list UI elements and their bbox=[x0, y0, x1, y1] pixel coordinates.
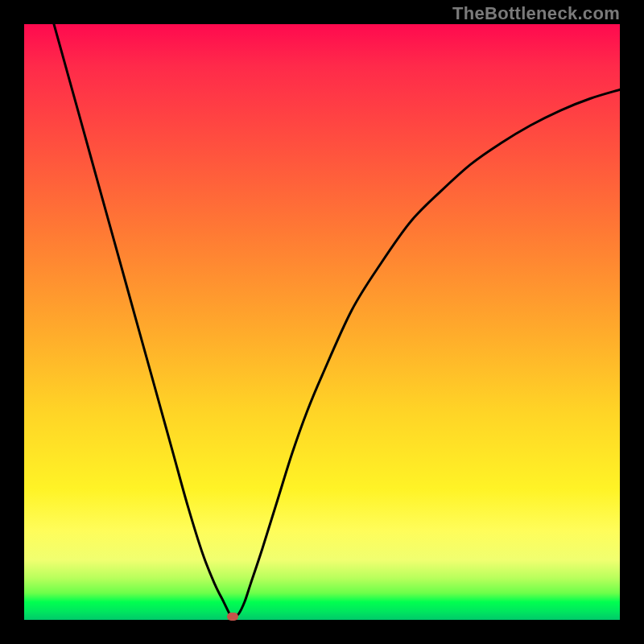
watermark-text: TheBottleneck.com bbox=[452, 3, 620, 24]
chart-frame: TheBottleneck.com bbox=[0, 0, 644, 644]
bottleneck-curve-svg bbox=[24, 24, 620, 620]
plot-area bbox=[24, 24, 620, 620]
bottleneck-curve bbox=[54, 24, 620, 617]
minimum-marker bbox=[227, 613, 238, 621]
